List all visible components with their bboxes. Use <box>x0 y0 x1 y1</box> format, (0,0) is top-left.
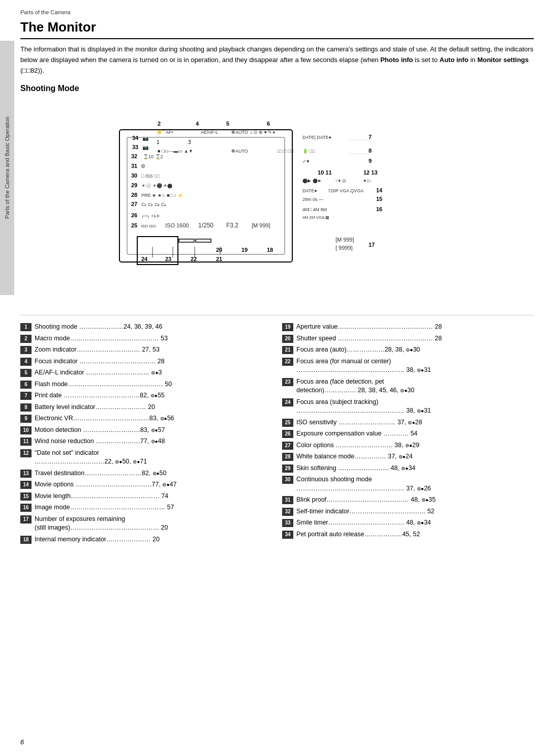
side-tab: Parts of the Camera and Basic Operation <box>0 41 14 295</box>
row-text: "Date not set" indicator……………………………22, ⊚… <box>35 449 272 467</box>
svg-text:⬤▶ ⬤►: ⬤▶ ⬤► <box>302 178 322 184</box>
svg-text:❁AUTO ☼⊙ ⊕ ♥ ✎∗: ❁AUTO ☼⊙ ⊕ ♥ ✎∗ <box>231 130 276 135</box>
svg-rect-68 <box>179 239 194 242</box>
table-row: 9Electronic VR………………………………83, ⊚●56 <box>20 414 272 423</box>
svg-text:720P VGA QVGA: 720P VGA QVGA <box>328 188 363 193</box>
row-text: Focus area (subject tracking)……………………………… <box>296 398 534 416</box>
row-text: Movie options ………………………………77, ⊚●47 <box>35 480 272 489</box>
table-row: 28White balance mode…………… 37, ⊚●24 <box>282 452 534 461</box>
svg-text:┌─┐ +1.0: ┌─┐ +1.0 <box>141 214 160 219</box>
row-number: 32 <box>282 508 293 516</box>
svg-text:15: 15 <box>376 196 382 202</box>
svg-text:ISO 1600: ISO 1600 <box>165 222 189 228</box>
svg-text:☀⚪ ☀⚫ ☀⬤: ☀⚪ ☀⚫ ☀⬤ <box>141 183 172 189</box>
row-number: 15 <box>20 492 32 501</box>
row-text: Aperture value……………………………………… 28 <box>296 323 534 332</box>
row-number: 14 <box>20 481 32 489</box>
row-number: 25 <box>282 419 293 427</box>
table-row: 24Focus area (subject tracking)………………………… <box>282 398 534 416</box>
row-number: 31 <box>282 496 293 504</box>
row-number: 19 <box>282 323 293 331</box>
svg-text:○♦ ◎: ○♦ ◎ <box>336 178 346 183</box>
table-row: 5AE/AF-L indicator ………………………… ⊚●3 <box>20 368 272 377</box>
table-row: 14Movie options ………………………………77, ⊚●47 <box>20 480 272 489</box>
svg-rect-69 <box>196 239 211 242</box>
row-number: 34 <box>282 531 293 539</box>
svg-text:20: 20 <box>216 247 222 253</box>
svg-text:4M□ 4M 8M: 4M□ 4M 8M <box>302 207 327 212</box>
row-number: 33 <box>282 519 293 527</box>
table-row: 30Continuous shooting mode……………………………………… <box>282 475 534 493</box>
svg-text:PRE ★ ★☆ ■□ ○ ⚡: PRE ★ ★☆ ■□ ○ ⚡ <box>141 192 184 198</box>
svg-text:12 13: 12 13 <box>363 169 378 176</box>
table-row: 25ISO sensitivity ……………………… 37, ⊚●28 <box>282 418 534 427</box>
row-number: 9 <box>20 415 32 423</box>
row-text: Wind noise reduction …………………77, ⊚●48 <box>35 437 272 446</box>
shooting-mode-title: Shooting Mode <box>20 84 534 93</box>
row-text: Skin softening …………………… 48, ⊚●34 <box>296 464 534 473</box>
row-number: 21 <box>282 346 293 354</box>
row-number: 4 <box>20 358 32 366</box>
svg-text:27: 27 <box>131 201 137 207</box>
table-row: 7Print date ………………………………82, ⊚●55 <box>20 391 272 400</box>
svg-text:25: 25 <box>131 222 137 228</box>
svg-text:✓♥: ✓♥ <box>302 159 309 164</box>
table-row: 13Travel destination………………………82, ⊚●50 <box>20 469 272 478</box>
row-number: 16 <box>20 504 32 512</box>
svg-text:5: 5 <box>226 121 229 127</box>
row-text: Smile timer……………………………… 48, ⊚●34 <box>296 518 534 528</box>
row-text: Electronic VR………………………………83, ⊚●56 <box>35 414 272 423</box>
svg-text:22: 22 <box>191 256 197 262</box>
svg-text:21: 21 <box>216 256 222 262</box>
row-text: Exposure compensation value ………… 54 <box>296 429 534 439</box>
table-row: 27Color options ……………………… 38, ⊚●29 <box>282 441 534 450</box>
svg-text:14: 14 <box>376 187 383 193</box>
table-row: 1Shooting mode …………………24, 36, 39, 46 <box>20 323 272 332</box>
table-row: 18Internal memory indicator………………… 20 <box>20 535 272 544</box>
row-text: Macro mode…………………………………… 53 <box>35 334 272 343</box>
row-text: Print date ………………………………82, ⊚●55 <box>35 391 272 400</box>
row-number: 1 <box>20 323 32 331</box>
row-text: Self-timer indicator……………………………… 52 <box>296 507 534 516</box>
divider <box>20 315 534 315</box>
row-number: 11 <box>20 438 32 446</box>
table-row: 33Smile timer……………………………… 48, ⊚●34 <box>282 518 534 528</box>
row-number: 17 <box>20 515 32 524</box>
svg-text:📷: 📷 <box>142 135 149 141</box>
table-row: 19Aperture value……………………………………… 28 <box>282 323 534 332</box>
svg-text:1: 1 <box>157 139 160 145</box>
table-row: 16Image mode……………………………………… 57 <box>20 503 272 512</box>
row-text: White balance mode…………… 37, ⊚●24 <box>296 452 534 461</box>
table-row: 31Blink proof………………………………… 48, ⊚●35 <box>282 496 534 505</box>
page-number: 6 <box>20 738 24 746</box>
row-text: Focus indicator ……………………………… 28 <box>35 357 272 366</box>
row-number: 12 <box>20 449 32 457</box>
svg-text:29m 0s ―: 29m 0s ― <box>302 197 323 202</box>
svg-text:□□  □ □□: □□ □ □□ <box>277 149 294 154</box>
table-row: 12"Date not set" indicator……………………………22,… <box>20 449 272 467</box>
row-text: Movie length…………………………………… 74 <box>35 492 272 501</box>
row-number: 3 <box>20 346 32 354</box>
row-number: 10 <box>20 426 32 434</box>
svg-text:F3.2: F3.2 <box>226 222 238 229</box>
row-number: 8 <box>20 403 32 412</box>
row-text: Color options ……………………… 38, ⊚●29 <box>296 441 534 450</box>
svg-text:⌛10 ⌛2: ⌛10 ⌛2 <box>143 154 163 160</box>
svg-text:DATE| DATE●: DATE| DATE● <box>302 135 331 140</box>
svg-text:24: 24 <box>141 256 148 262</box>
svg-text:❁AUTO: ❁AUTO <box>231 149 248 154</box>
row-number: 18 <box>20 536 32 544</box>
row-text: Image mode……………………………………… 57 <box>35 503 272 512</box>
row-text: Shutter speed ……………………………………… 28 <box>296 334 534 343</box>
svg-text:DATE●: DATE● <box>302 188 317 193</box>
svg-text:● ▷: ● ▷ <box>363 178 371 183</box>
svg-text:23: 23 <box>165 256 171 262</box>
svg-text:[M 999]: [M 999] <box>336 237 354 243</box>
table-row: 32Self-timer indicator……………………………… 52 <box>282 507 534 516</box>
row-text: Internal memory indicator………………… 20 <box>35 535 272 544</box>
side-tab-text: Parts of the Camera and Basic Operation <box>4 117 11 219</box>
svg-text:28: 28 <box>131 192 137 198</box>
row-text: Shooting mode …………………24, 36, 39, 46 <box>35 323 272 332</box>
row-number: 13 <box>20 470 32 478</box>
svg-text:34: 34 <box>132 135 139 141</box>
